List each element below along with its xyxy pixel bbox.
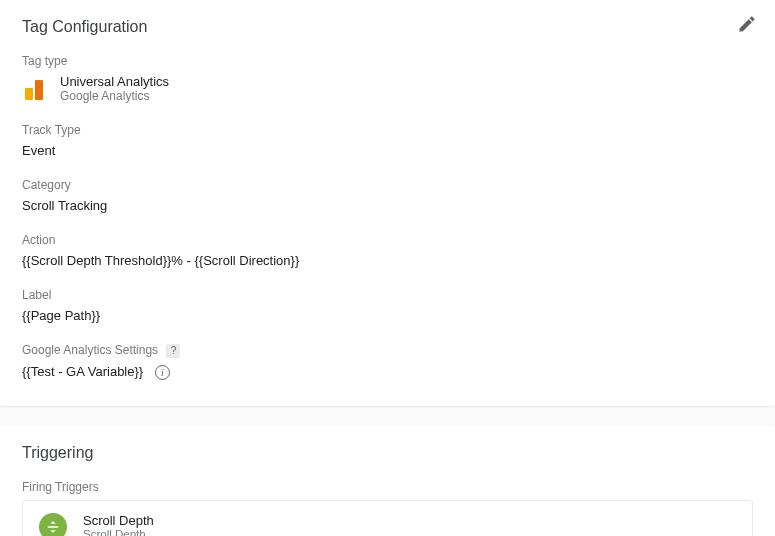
label-block: Label {{Page Path}} bbox=[22, 288, 753, 323]
category-label: Category bbox=[22, 178, 753, 192]
triggering-title: Triggering bbox=[22, 444, 753, 462]
category-block: Category Scroll Tracking bbox=[22, 178, 753, 213]
info-icon[interactable]: i bbox=[155, 365, 170, 380]
tag-type-provider: Google Analytics bbox=[60, 89, 169, 103]
action-block: Action {{Scroll Depth Threshold}}% - {{S… bbox=[22, 233, 753, 268]
firing-triggers-label: Firing Triggers bbox=[22, 480, 753, 494]
action-value: {{Scroll Depth Threshold}}% - {{Scroll D… bbox=[22, 253, 753, 268]
trigger-row[interactable]: Scroll Depth Scroll Depth bbox=[22, 500, 753, 536]
label-label: Label bbox=[22, 288, 753, 302]
triggering-card: Triggering Firing Triggers Scroll Depth … bbox=[0, 426, 775, 536]
ga-settings-block: Google Analytics Settings ? {{Test - GA … bbox=[22, 343, 753, 380]
action-label: Action bbox=[22, 233, 753, 247]
tag-type-label: Tag type bbox=[22, 54, 753, 68]
ga-settings-label: Google Analytics Settings ? bbox=[22, 343, 753, 358]
tag-type-name: Universal Analytics bbox=[60, 74, 169, 89]
track-type-block: Track Type Event bbox=[22, 123, 753, 158]
track-type-value: Event bbox=[22, 143, 753, 158]
google-analytics-icon bbox=[22, 76, 48, 102]
tag-type-block: Tag type Universal Analytics Google Anal… bbox=[22, 54, 753, 103]
tag-type-row[interactable]: Universal Analytics Google Analytics bbox=[22, 74, 753, 103]
tag-configuration-card: Tag Configuration Tag type Universal Ana… bbox=[0, 0, 775, 406]
category-value: Scroll Tracking bbox=[22, 198, 753, 213]
ga-settings-label-text: Google Analytics Settings bbox=[22, 343, 158, 357]
label-value: {{Page Path}} bbox=[22, 308, 753, 323]
help-icon[interactable]: ? bbox=[166, 344, 180, 358]
ga-settings-value-text: {{Test - GA Variable}} bbox=[22, 364, 143, 379]
pencil-icon[interactable] bbox=[737, 14, 757, 34]
tag-configuration-title: Tag Configuration bbox=[22, 18, 753, 36]
ga-settings-value: {{Test - GA Variable}} i bbox=[22, 364, 753, 380]
trigger-name: Scroll Depth bbox=[83, 513, 154, 528]
trigger-type: Scroll Depth bbox=[83, 528, 154, 536]
track-type-label: Track Type bbox=[22, 123, 753, 137]
scroll-depth-icon bbox=[39, 513, 67, 536]
